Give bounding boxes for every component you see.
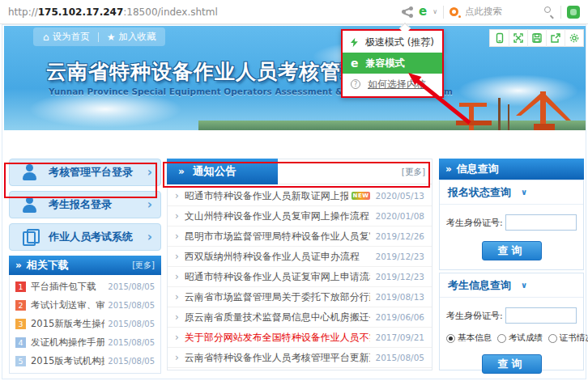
lightning-icon — [351, 37, 358, 48]
menu-item-kernel-help[interactable]: ? 如何选择内核 — [343, 74, 442, 95]
radio-icon — [446, 334, 455, 343]
download-title: 发证机构操作手册 — [31, 337, 104, 349]
query-sidebar: » 信息查询 报名状态查询 ∨ 考生身份证号: 查询 考生信息查询 ∨ 考生身份… — [439, 159, 584, 370]
download-date: 2015/08/05 — [108, 282, 155, 291]
set-home-link[interactable]: ⌂ 设为首页 — [43, 31, 90, 43]
browser-mode-dropdown: 极速模式 (推荐) e 兼容模式 ? 如何选择内核 — [341, 29, 444, 98]
url-host: 175.102.17.247 — [38, 6, 124, 18]
browser-app-icon[interactable] — [567, 6, 580, 19]
page: ⌂ 设为首页 ★ 加入收藏 云南省特种设备作业人员考核管理平台 Yunnan P… — [2, 24, 586, 379]
crane-illustration — [420, 74, 582, 130]
notice-date: 2020/05/13 — [370, 191, 424, 201]
notice-item[interactable]: 云南省市场监督管理局关于委托下放部分行政许可... 2019/08/13 — [168, 287, 432, 307]
notice-item[interactable]: 文山州特种设备作业人员复审网上操作流程 2020/01/08 — [168, 206, 432, 226]
downloads-header: » 相关下载 [更多] — [9, 256, 161, 275]
notice-item[interactable]: 昆明市市场监督管理局特种设备作业人员复审流程... 2019/12/26 — [168, 226, 432, 247]
radio-label: 考试成绩 — [509, 332, 543, 344]
download-title: 2015新版考生操作... — [31, 318, 104, 330]
rank-badge: 5 — [15, 356, 26, 366]
menu-item-compat-mode[interactable]: e 兼容模式 — [343, 53, 442, 74]
divider — [443, 6, 444, 19]
left-sidebar: 考核管理平台登录 › 考生报名登录 › 作业人员考试系统 › » 相关下载 [更… — [9, 159, 161, 374]
info-query-toggle[interactable]: 考生信息查询 ∨ — [440, 273, 583, 298]
status-query-toggle[interactable]: 报名状态查询 ∨ — [440, 180, 583, 205]
rank-badge: 4 — [15, 337, 26, 348]
ie-mode-icon[interactable]: e — [419, 6, 427, 18]
radio-option[interactable]: 考试成绩 — [497, 332, 543, 344]
url-path: :18500/index.shtml — [123, 6, 218, 18]
browser-controls: e ∨ 点此搜索 — [402, 6, 580, 19]
notice-item[interactable]: 西双版纳州特种设备作业人员证申办流程 2019/12/23 — [168, 247, 432, 267]
status-id-input[interactable] — [505, 214, 577, 231]
download-date: 2015/08/05 — [108, 357, 155, 366]
double-chevron-icon: » — [15, 260, 22, 271]
tab-notices[interactable]: » 通知公告 — [167, 159, 278, 184]
radio-label: 基本信息 — [458, 332, 492, 344]
download-item[interactable]: 2 考试计划送审、审核 ... 2015/08/05 — [10, 296, 160, 315]
info-query-panel: 考生信息查询 ∨ 考生身份证号: 基本信息 考试成绩 — [439, 273, 584, 370]
rank-badge: 1 — [15, 282, 26, 292]
download-item[interactable]: 1 平台插件包下载 2015/08/05 — [10, 277, 160, 296]
radio-option[interactable]: 基本信息 — [446, 332, 492, 344]
download-item[interactable]: 5 2015版考试机构操... 2015/08/05 — [10, 352, 160, 370]
notices-more-link[interactable]: [更多] — [402, 167, 425, 178]
download-item[interactable]: 3 2015新版考生操作... 2015/08/05 — [10, 315, 160, 333]
menu-item-speed-mode[interactable]: 极速模式 (推荐) — [343, 32, 442, 53]
notice-date: 2017/09/21 — [370, 332, 424, 342]
speed-mode-label: 极速模式 (推荐) — [365, 36, 434, 49]
sidebar-item-platform-login[interactable]: 考核管理平台登录 › — [9, 159, 161, 186]
add-favorite-link[interactable]: ★ 加入收藏 — [107, 31, 156, 43]
chevron-right-icon: › — [147, 197, 152, 212]
notice-title: 文山州特种设备作业人员复审网上操作流程 — [185, 210, 369, 223]
chevron-down-icon: ∨ — [521, 281, 527, 290]
documents-icon — [21, 228, 39, 246]
screen: { "browser": { "url_scheme": "http://", … — [0, 0, 588, 381]
fullscreen-icon[interactable] — [509, 29, 527, 47]
rank-badge: 2 — [15, 300, 26, 311]
notice-date: 2015/08/05 — [370, 353, 424, 362]
rank-badge: 3 — [15, 319, 26, 329]
status-query-button[interactable]: 查询 — [482, 241, 542, 260]
radio-option[interactable]: 证书情况 — [548, 332, 588, 344]
id-number-label: 考生身份证号: — [446, 310, 503, 322]
chevron-down-icon[interactable]: ∨ — [432, 8, 437, 15]
status-query-title: 报名状态查询 — [448, 185, 511, 200]
notice-item[interactable]: 云南省特种设备作业人员考核管理平台更新至20... 2015/08/05 — [168, 348, 432, 368]
sidebar-item-candidate-login[interactable]: 考生报名登录 › — [9, 191, 161, 218]
notice-list: 昭通市特种设备作业人员新取证网上报名流程 NEW 2020/05/13 文山州特… — [168, 184, 432, 368]
downloads-more-link[interactable]: [更多] — [132, 260, 155, 271]
compat-mode-label: 兼容模式 — [366, 57, 405, 70]
downloads-title: 相关下载 — [27, 258, 69, 273]
ie-icon: e — [351, 57, 359, 70]
download-date: 2015/08/05 — [108, 301, 155, 310]
help-icon: ? — [351, 79, 360, 89]
info-query-title: 考生信息查询 — [448, 278, 511, 293]
notice-title: 昭通市特种设备作业人员新取证网上报名流程 — [185, 189, 348, 203]
person-icon — [21, 196, 39, 214]
notice-item[interactable]: 昭通市特种设备作业人员新取证网上报名流程 NEW 2020/05/13 — [168, 186, 432, 206]
info-query-button[interactable]: 查询 — [482, 354, 542, 374]
share-nodes-icon[interactable] — [402, 6, 413, 18]
notice-item[interactable]: 昭通市特种设备作业人员证复审网上申请流程及相... 2019/12/23 — [168, 267, 432, 287]
gear-icon[interactable] — [565, 29, 583, 47]
add-favorite-label: 加入收藏 — [118, 31, 156, 43]
download-list: 1 平台插件包下载 2015/08/05 2 考试计划送审、审核 ... 201… — [9, 275, 161, 374]
browser-search-box[interactable]: 点此搜索 — [450, 6, 555, 18]
url-display[interactable]: http://175.102.17.247:18500/index.shtml — [8, 6, 218, 18]
notice-item[interactable]: 原云南省质量技术监督局信息中心机房搬迁公告 2019/06/06 — [168, 307, 432, 328]
sidebar-item-exam-system[interactable]: 作业人员考试系统 › — [9, 223, 161, 251]
search-placeholder[interactable]: 点此搜索 — [465, 6, 540, 18]
download-item[interactable]: 4 发证机构操作手册 2015/08/05 — [10, 333, 160, 352]
login-label: 作业人员考试系统 — [49, 230, 147, 244]
banner: ⌂ 设为首页 ★ 加入收藏 云南省特种设备作业人员考核管理平台 Yunnan P… — [4, 26, 586, 130]
notice-date: 2019/12/23 — [370, 272, 424, 282]
download-date: 2015/08/05 — [108, 338, 155, 347]
notice-item[interactable]: 关于部分网站发布全国特种设备作业人员不实信息... 2017/09/21 — [168, 328, 432, 348]
mobile-icon[interactable] — [490, 29, 509, 47]
save-icon[interactable] — [527, 29, 546, 47]
divider — [560, 6, 561, 19]
info-id-input[interactable] — [505, 307, 577, 324]
search-icon[interactable] — [544, 6, 555, 17]
notice-title: 云南省特种设备作业人员考核管理平台更新至20... — [185, 351, 371, 365]
share-icon[interactable] — [546, 29, 565, 47]
